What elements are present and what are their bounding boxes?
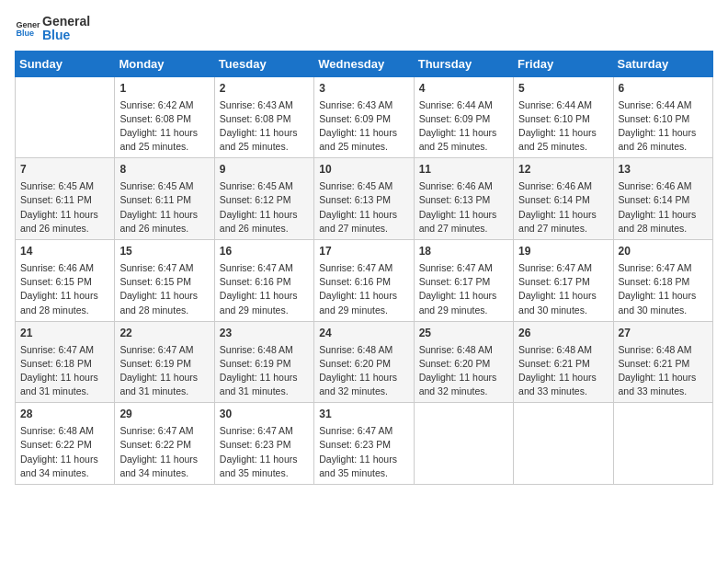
day-info: Sunrise: 6:47 AMSunset: 6:18 PMDaylight:… (619, 261, 708, 317)
day-info: Sunrise: 6:46 AMSunset: 6:15 PMDaylight:… (20, 261, 109, 317)
day-info: Sunrise: 6:44 AMSunset: 6:09 PMDaylight:… (419, 98, 508, 155)
day-number: 30 (220, 407, 309, 422)
day-cell: 24Sunrise: 6:48 AMSunset: 6:20 PMDayligh… (314, 321, 414, 403)
day-info: Sunrise: 6:45 AMSunset: 6:11 PMDaylight:… (20, 179, 109, 236)
day-number: 26 (518, 326, 608, 341)
day-cell (16, 76, 115, 158)
logo-icon: General Blue (15, 16, 40, 41)
day-info: Sunrise: 6:48 AMSunset: 6:20 PMDaylight:… (419, 343, 508, 399)
calendar-table: SundayMondayTuesdayWednesdayThursdayFrid… (15, 51, 713, 485)
day-info: Sunrise: 6:48 AMSunset: 6:21 PMDaylight:… (518, 343, 608, 399)
day-info: Sunrise: 6:47 AMSunset: 6:16 PMDaylight:… (319, 261, 408, 317)
header-day-saturday: Saturday (613, 51, 712, 76)
day-cell: 21Sunrise: 6:47 AMSunset: 6:18 PMDayligh… (16, 321, 115, 403)
day-number: 28 (20, 407, 109, 422)
day-cell: 23Sunrise: 6:48 AMSunset: 6:19 PMDayligh… (214, 321, 313, 403)
day-number: 15 (119, 244, 209, 259)
day-number: 18 (419, 244, 508, 259)
day-number: 7 (20, 162, 109, 178)
day-cell: 20Sunrise: 6:47 AMSunset: 6:18 PMDayligh… (613, 240, 712, 322)
day-cell (414, 403, 513, 485)
week-row-4: 21Sunrise: 6:47 AMSunset: 6:18 PMDayligh… (16, 321, 713, 403)
day-cell: 26Sunrise: 6:48 AMSunset: 6:21 PMDayligh… (514, 321, 613, 403)
day-cell: 29Sunrise: 6:47 AMSunset: 6:22 PMDayligh… (115, 403, 214, 485)
day-info: Sunrise: 6:46 AMSunset: 6:14 PMDaylight:… (518, 179, 608, 236)
day-info: Sunrise: 6:43 AMSunset: 6:08 PMDaylight:… (220, 98, 309, 155)
day-number: 29 (119, 407, 209, 422)
page-header: General Blue General Blue (15, 15, 713, 43)
day-number: 6 (619, 81, 708, 97)
day-number: 23 (220, 326, 309, 341)
day-info: Sunrise: 6:47 AMSunset: 6:23 PMDaylight:… (220, 424, 309, 480)
day-cell: 1Sunrise: 6:42 AMSunset: 6:08 PMDaylight… (115, 76, 214, 158)
day-number: 25 (419, 326, 508, 341)
day-info: Sunrise: 6:48 AMSunset: 6:19 PMDaylight:… (220, 343, 309, 399)
day-cell: 30Sunrise: 6:47 AMSunset: 6:23 PMDayligh… (214, 403, 313, 485)
day-info: Sunrise: 6:47 AMSunset: 6:22 PMDaylight:… (119, 424, 209, 480)
day-cell: 3Sunrise: 6:43 AMSunset: 6:09 PMDaylight… (314, 76, 414, 158)
day-cell: 5Sunrise: 6:44 AMSunset: 6:10 PMDaylight… (514, 76, 613, 158)
day-info: Sunrise: 6:47 AMSunset: 6:19 PMDaylight:… (119, 343, 209, 399)
day-number: 12 (518, 162, 608, 178)
header-day-monday: Monday (115, 51, 214, 76)
day-number: 16 (220, 244, 309, 259)
svg-text:General: General (16, 20, 40, 29)
day-info: Sunrise: 6:45 AMSunset: 6:11 PMDaylight:… (119, 179, 209, 236)
day-cell: 4Sunrise: 6:44 AMSunset: 6:09 PMDaylight… (414, 76, 513, 158)
header-day-wednesday: Wednesday (314, 51, 414, 76)
day-number: 17 (319, 244, 408, 259)
day-info: Sunrise: 6:44 AMSunset: 6:10 PMDaylight:… (619, 98, 708, 155)
day-number: 27 (619, 326, 708, 341)
day-cell: 2Sunrise: 6:43 AMSunset: 6:08 PMDaylight… (214, 76, 313, 158)
day-number: 19 (518, 244, 608, 259)
day-cell: 27Sunrise: 6:48 AMSunset: 6:21 PMDayligh… (613, 321, 712, 403)
day-info: Sunrise: 6:47 AMSunset: 6:16 PMDaylight:… (220, 261, 309, 317)
day-cell: 19Sunrise: 6:47 AMSunset: 6:17 PMDayligh… (514, 240, 613, 322)
day-cell: 9Sunrise: 6:45 AMSunset: 6:12 PMDaylight… (214, 158, 313, 240)
day-info: Sunrise: 6:48 AMSunset: 6:21 PMDaylight:… (619, 343, 708, 399)
day-number: 2 (220, 81, 309, 97)
day-info: Sunrise: 6:46 AMSunset: 6:13 PMDaylight:… (419, 179, 508, 236)
day-info: Sunrise: 6:47 AMSunset: 6:18 PMDaylight:… (20, 343, 109, 399)
day-number: 14 (20, 244, 109, 259)
day-info: Sunrise: 6:45 AMSunset: 6:12 PMDaylight:… (220, 179, 309, 236)
day-number: 9 (220, 162, 309, 178)
day-info: Sunrise: 6:47 AMSunset: 6:17 PMDaylight:… (419, 261, 508, 317)
day-cell: 25Sunrise: 6:48 AMSunset: 6:20 PMDayligh… (414, 321, 513, 403)
day-info: Sunrise: 6:47 AMSunset: 6:15 PMDaylight:… (119, 261, 209, 317)
day-number: 4 (419, 81, 508, 97)
day-cell: 8Sunrise: 6:45 AMSunset: 6:11 PMDaylight… (115, 158, 214, 240)
week-row-2: 7Sunrise: 6:45 AMSunset: 6:11 PMDaylight… (16, 158, 713, 240)
day-cell (514, 403, 613, 485)
day-cell: 7Sunrise: 6:45 AMSunset: 6:11 PMDaylight… (16, 158, 115, 240)
header-day-friday: Friday (514, 51, 613, 76)
day-number: 11 (419, 162, 508, 178)
day-cell: 16Sunrise: 6:47 AMSunset: 6:16 PMDayligh… (214, 240, 313, 322)
day-cell: 17Sunrise: 6:47 AMSunset: 6:16 PMDayligh… (314, 240, 414, 322)
logo: General Blue General Blue (15, 15, 90, 43)
header-day-sunday: Sunday (16, 51, 115, 76)
day-info: Sunrise: 6:45 AMSunset: 6:13 PMDaylight:… (319, 179, 408, 236)
week-row-1: 1Sunrise: 6:42 AMSunset: 6:08 PMDaylight… (16, 76, 713, 158)
day-cell: 12Sunrise: 6:46 AMSunset: 6:14 PMDayligh… (514, 158, 613, 240)
day-cell: 11Sunrise: 6:46 AMSunset: 6:13 PMDayligh… (414, 158, 513, 240)
day-number: 5 (518, 81, 608, 97)
header-day-tuesday: Tuesday (214, 51, 313, 76)
day-number: 24 (319, 326, 408, 341)
day-number: 13 (619, 162, 708, 178)
day-cell: 18Sunrise: 6:47 AMSunset: 6:17 PMDayligh… (414, 240, 513, 322)
day-info: Sunrise: 6:47 AMSunset: 6:17 PMDaylight:… (518, 261, 608, 317)
day-info: Sunrise: 6:44 AMSunset: 6:10 PMDaylight:… (518, 98, 608, 155)
day-number: 10 (319, 162, 408, 178)
day-info: Sunrise: 6:43 AMSunset: 6:09 PMDaylight:… (319, 98, 408, 155)
day-cell: 31Sunrise: 6:47 AMSunset: 6:23 PMDayligh… (314, 403, 414, 485)
day-info: Sunrise: 6:47 AMSunset: 6:23 PMDaylight:… (319, 424, 408, 480)
day-number: 22 (119, 326, 209, 341)
svg-text:Blue: Blue (16, 29, 34, 39)
calendar-header-row: SundayMondayTuesdayWednesdayThursdayFrid… (16, 51, 713, 76)
day-cell: 10Sunrise: 6:45 AMSunset: 6:13 PMDayligh… (314, 158, 414, 240)
day-cell (613, 403, 712, 485)
week-row-3: 14Sunrise: 6:46 AMSunset: 6:15 PMDayligh… (16, 240, 713, 322)
day-number: 1 (119, 81, 209, 97)
day-info: Sunrise: 6:46 AMSunset: 6:14 PMDaylight:… (619, 179, 708, 236)
